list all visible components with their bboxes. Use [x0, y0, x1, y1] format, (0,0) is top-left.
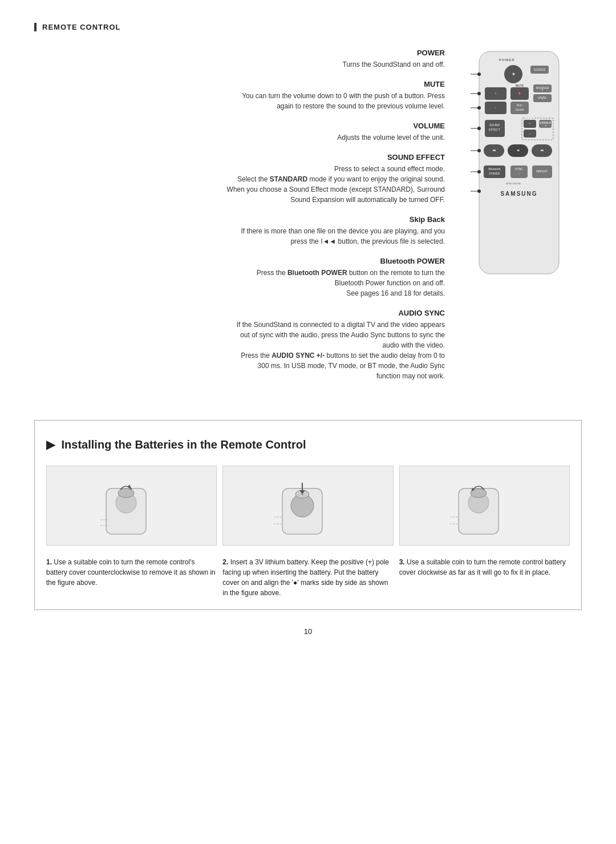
remote-image: POWER ⏻ SOURCE VOL + 🔇 MUTE	[468, 49, 582, 391]
svg-text:−: −	[518, 172, 520, 175]
audio-sync-label: AUDIO SYNC	[34, 309, 445, 317]
svg-text:⏭: ⏭	[541, 148, 544, 152]
page-number: 10	[34, 627, 582, 636]
remote-svg: POWER ⏻ SOURCE VOL + 🔇 MUTE	[468, 49, 576, 288]
mute-desc: You can turn the volume down to 0 with t…	[34, 91, 445, 111]
bluetooth-power-label: Bluetooth POWER	[34, 257, 445, 265]
battery-steps: +	[46, 466, 570, 546]
svg-text:POWER: POWER	[489, 172, 500, 175]
power-label: POWER	[34, 49, 445, 57]
remote-descriptions: POWER Turns the SoundStand on and off. M…	[34, 49, 456, 391]
step2-illustration: +	[222, 466, 393, 546]
bluetooth-power-desc-block: Bluetooth POWER Press the Bluetooth POWE…	[34, 257, 445, 298]
mute-label: MUTE	[34, 80, 445, 88]
mute-desc-block: MUTE You can turn the volume down to 0 w…	[34, 80, 445, 111]
step3-svg	[441, 471, 527, 540]
step3-instruction: 3. Use a suitable coin to turn the remot…	[399, 557, 570, 598]
svg-text:Bluetooth: Bluetooth	[488, 167, 500, 171]
step3-illustration	[399, 466, 570, 546]
step1-num: 1.	[46, 558, 52, 566]
battery-instructions: 1. Use a suitable coin to turn the remot…	[46, 557, 570, 598]
bluetooth-power-desc: Press the Bluetooth POWER button on the …	[34, 268, 445, 298]
step2-num: 2.	[222, 558, 228, 566]
svg-text:Sound: Sound	[516, 108, 524, 111]
svg-text:REPEAT: REPEAT	[536, 169, 548, 173]
svg-text:∨: ∨	[541, 96, 544, 100]
svg-text:EFFECT: EFFECT	[489, 128, 500, 131]
step1-svg	[89, 471, 175, 540]
install-title-text: Installing the Batteries in the Remote C…	[62, 438, 306, 451]
step1-instruction: 1. Use a suitable coin to turn the remot…	[46, 557, 217, 598]
svg-text:⏯: ⏯	[517, 148, 520, 152]
sound-effect-label: SOUND EFFECT	[34, 153, 445, 161]
install-title: ▶ Installing the Batteries in the Remote…	[46, 438, 570, 451]
volume-label: VOLUME	[34, 122, 445, 130]
step2-text: Insert a 3V lithium battery. Keep the po…	[222, 558, 389, 597]
skip-back-label: Skip Back	[34, 215, 445, 224]
volume-desc: Adjusts the volume level of the unit.	[34, 132, 445, 143]
svg-text:SYNC: SYNC	[526, 116, 534, 120]
section-header: Remote Control	[34, 23, 582, 31]
step2-svg: +	[265, 471, 351, 540]
svg-text:Surr.: Surr.	[517, 103, 523, 107]
svg-text:−: −	[529, 132, 531, 135]
svg-text:POWER: POWER	[499, 58, 515, 62]
volume-desc-block: VOLUME Adjusts the volume level of the u…	[34, 122, 445, 143]
svg-text:MUTE: MUTE	[516, 84, 524, 87]
svg-text:SOUND: SOUND	[489, 123, 500, 127]
svg-text:+: +	[529, 122, 531, 125]
remote-section: POWER Turns the SoundStand on and off. M…	[34, 49, 582, 391]
sound-effect-desc: Press to select a sound effect mode. Sel…	[34, 164, 445, 205]
svg-text:⏮: ⏮	[493, 148, 496, 152]
svg-text:AH59-02615A: AH59-02615A	[506, 182, 520, 185]
svg-text:↗: ↗	[544, 124, 546, 127]
step2-instruction: 2. Insert a 3V lithium battery. Keep the…	[222, 557, 393, 598]
power-desc: Turns the SoundStand on and off.	[34, 59, 445, 70]
svg-text:⏻: ⏻	[512, 72, 515, 75]
step3-text: Use a suitable coin to turn the remote c…	[399, 558, 566, 576]
svg-text:+: +	[495, 91, 497, 95]
svg-point-67	[118, 488, 134, 498]
sound-effect-desc-block: SOUND EFFECT Press to select a sound eff…	[34, 153, 445, 205]
step1-illustration	[46, 466, 217, 546]
svg-text:SYNC: SYNC	[515, 167, 523, 171]
svg-text:🔇: 🔇	[518, 91, 522, 95]
step3-num: 3.	[399, 558, 405, 566]
install-section: ▶ Installing the Batteries in the Remote…	[34, 420, 582, 610]
skip-back-desc: If there is more than one file on the de…	[34, 226, 445, 247]
audio-sync-desc: If the SoundStand is connected to a digi…	[34, 320, 445, 381]
title-arrow: ▶	[46, 438, 55, 451]
svg-text:SOURCE: SOURCE	[533, 68, 546, 71]
power-desc-block: POWER Turns the SoundStand on and off.	[34, 49, 445, 70]
audio-sync-desc-block: AUDIO SYNC If the SoundStand is connecte…	[34, 309, 445, 381]
section-title: Remote Control	[42, 23, 121, 31]
skip-back-desc-block: Skip Back If there is more than one file…	[34, 215, 445, 247]
step1-text: Use a suitable coin to turn the remote c…	[46, 558, 216, 587]
svg-text:−: −	[495, 106, 497, 109]
svg-text:SAMSUNG: SAMSUNG	[500, 191, 537, 197]
svg-text:∧: ∧	[541, 88, 544, 91]
